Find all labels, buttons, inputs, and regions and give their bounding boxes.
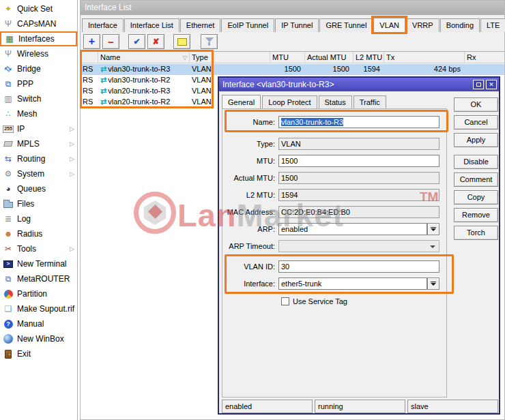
switch-icon: ▥ xyxy=(3,93,14,104)
sidebar-item-capsman[interactable]: ΨCAPsMAN xyxy=(0,16,77,31)
sidebar-item-wireless[interactable]: ΨWireless xyxy=(0,46,77,61)
sidebar-item-radius[interactable]: ☻Radius xyxy=(0,226,77,241)
sidebar-item-label: Make Supout.rif xyxy=(17,304,74,314)
sidebar-item-label: Interfaces xyxy=(18,34,55,44)
use-service-tag-row[interactable]: Use Service Tag xyxy=(281,297,347,305)
column-header-l2-mtu[interactable]: L2 MTU xyxy=(354,52,384,63)
system-icon: ⚙ xyxy=(3,168,14,179)
funnel-icon xyxy=(205,38,214,46)
sidebar-item-label: Mesh xyxy=(17,109,37,119)
sidebar-item-label: Quick Set xyxy=(17,4,53,14)
sidebar-item-make-supout-rif[interactable]: ❏Make Supout.rif xyxy=(0,301,77,316)
tab-lte[interactable]: LTE xyxy=(480,18,505,32)
dialog-tab-status[interactable]: Status xyxy=(319,95,352,109)
apply-button[interactable]: Apply xyxy=(454,133,498,147)
sidebar-item-label: Wireless xyxy=(17,49,48,59)
column-header-name[interactable]: Name▽ xyxy=(98,52,190,63)
disable-button[interactable]: ✘ xyxy=(147,34,164,49)
vlan-interface-icon: ⇄ xyxy=(100,87,106,95)
sidebar-item-queues[interactable]: ◕Queues xyxy=(0,181,77,196)
dialog-tab-loop-protect[interactable]: Loop Protect xyxy=(262,95,317,109)
use-service-tag-label: Use Service Tag xyxy=(293,297,347,305)
field-input-name-[interactable]: vlan30-trunk-to-R3 xyxy=(278,116,439,128)
cell-flags: RS xyxy=(81,97,98,108)
routing-icon: ⇆ xyxy=(3,153,14,164)
sidebar-item-mesh[interactable]: ∴Mesh xyxy=(0,106,77,121)
column-header-actual-mtu[interactable]: Actual MTU xyxy=(305,52,354,63)
enable-button[interactable]: ✔ xyxy=(128,34,145,49)
sidebar-item-ppp[interactable]: ⧉PPP xyxy=(0,76,77,91)
sidebar-item-system[interactable]: ⚙System▷ xyxy=(0,166,77,181)
sidebar-item-metarouter[interactable]: ⧉MetaROUTER xyxy=(0,271,77,286)
tab-ip-tunnel[interactable]: IP Tunnel xyxy=(275,18,319,32)
tab-interface-list[interactable]: Interface List xyxy=(124,18,179,32)
sidebar-item-ip[interactable]: 255IP▷ xyxy=(0,121,77,136)
tab-interface[interactable]: Interface xyxy=(82,18,124,32)
sidebar-item-mpls[interactable]: MPLS▷ xyxy=(0,136,77,151)
tab-gre-tunnel[interactable]: GRE Tunnel xyxy=(319,18,373,32)
column-header-tx[interactable]: Tx xyxy=(384,52,465,63)
tab-vlan[interactable]: VLAN xyxy=(373,18,405,32)
field-input-interface-[interactable]: ether5-trunk xyxy=(278,278,427,290)
sidebar-item-new-winbox[interactable]: New WinBox xyxy=(0,331,77,346)
vlan-interface-icon: ⇄ xyxy=(100,97,106,106)
field-input-arp-[interactable]: enabled xyxy=(278,223,427,235)
field-input-arp-timeout-[interactable] xyxy=(278,240,439,252)
field-input-mtu-[interactable]: 1500 xyxy=(278,155,439,167)
sidebar-item-new-terminal[interactable]: >New Terminal xyxy=(0,256,77,271)
table-row[interactable]: RS⇄vlan30-trunk-to-R3VLAN150015001594424… xyxy=(81,64,504,75)
field-row-mtu-: MTU:1500 xyxy=(222,155,448,167)
sidebar-item-routing[interactable]: ⇆Routing▷ xyxy=(0,151,77,166)
cell-type: VLAN xyxy=(190,86,212,97)
dialog-tab-traffic[interactable]: Traffic xyxy=(354,95,386,109)
sidebar-item-manual[interactable]: ?Manual xyxy=(0,316,77,331)
tab-bonding[interactable]: Bonding xyxy=(440,18,480,32)
sidebar-item-files[interactable]: Files xyxy=(0,196,77,211)
sidebar-item-bridge[interactable]: ⇄Bridge xyxy=(0,61,77,76)
cell-flags: RS xyxy=(81,86,98,97)
sidebar-item-partition[interactable]: Partition xyxy=(0,286,77,301)
status-running: running xyxy=(315,400,405,413)
tab-ethernet[interactable]: Ethernet xyxy=(180,18,221,32)
cell-actual_mtu: 1500 xyxy=(305,64,354,75)
sidebar-item-interfaces[interactable]: ▦Interfaces xyxy=(0,31,77,46)
cancel-button[interactable]: Cancel xyxy=(454,115,498,130)
sidebar-item-switch[interactable]: ▥Switch xyxy=(0,91,77,106)
sidebar-item-quick-set[interactable]: ✦Quick Set xyxy=(0,1,77,16)
combo-button[interactable] xyxy=(427,278,439,290)
field-row-mac-address-: MAC Address:CC:2D:E0:B4:ED:B0 xyxy=(222,206,448,218)
sidebar-item-log[interactable]: ≣Log xyxy=(0,211,77,226)
column-header-rx[interactable]: Rx xyxy=(465,52,505,63)
field-input-vlan-id-[interactable]: 30 xyxy=(278,260,439,273)
combo-button[interactable] xyxy=(427,223,439,235)
copy-button[interactable]: Copy xyxy=(454,190,498,205)
dialog-tab-general[interactable]: General xyxy=(222,95,261,109)
use-service-tag-checkbox[interactable] xyxy=(281,297,289,305)
comment-button[interactable]: Comment xyxy=(454,172,498,187)
disable-button[interactable]: Disable xyxy=(454,155,498,169)
ok-button[interactable]: OK xyxy=(454,97,498,112)
torch-button[interactable]: Torch xyxy=(454,226,498,240)
sidebar-item-tools[interactable]: ✂Tools▷ xyxy=(0,241,77,256)
wireless-icon: Ψ xyxy=(3,48,14,59)
tab-eoip-tunnel[interactable]: EoIP Tunnel xyxy=(221,18,274,32)
cell-name: ⇄vlan20-trunk-to-R2 xyxy=(98,97,190,108)
remove-button[interactable]: Remove xyxy=(454,208,498,222)
tab-vrrp[interactable]: VRRP xyxy=(406,18,439,32)
field-row-l2-mtu-: L2 MTU:1594 xyxy=(222,189,448,201)
filter-button[interactable] xyxy=(201,34,218,49)
cell-flags: RS xyxy=(81,75,98,86)
comment-button[interactable] xyxy=(173,34,190,49)
field-row-arp-timeout-: ARP Timeout: xyxy=(222,240,448,252)
queues-icon: ◕ xyxy=(3,183,14,194)
column-header-mtu[interactable]: MTU xyxy=(270,52,305,63)
add-button[interactable]: + xyxy=(83,34,100,49)
remove-button[interactable]: − xyxy=(102,34,119,49)
column-header-blank[interactable] xyxy=(81,52,98,63)
cell-name: ⇄vlan30-trunk-to-R3 xyxy=(98,64,190,75)
cell-flags: RS xyxy=(81,64,98,75)
column-header-type[interactable]: Type xyxy=(190,52,212,63)
sidebar-item-exit[interactable]: Exit xyxy=(0,346,77,361)
sidebar-item-label: System xyxy=(17,169,44,179)
column-header-blank[interactable] xyxy=(212,52,270,63)
